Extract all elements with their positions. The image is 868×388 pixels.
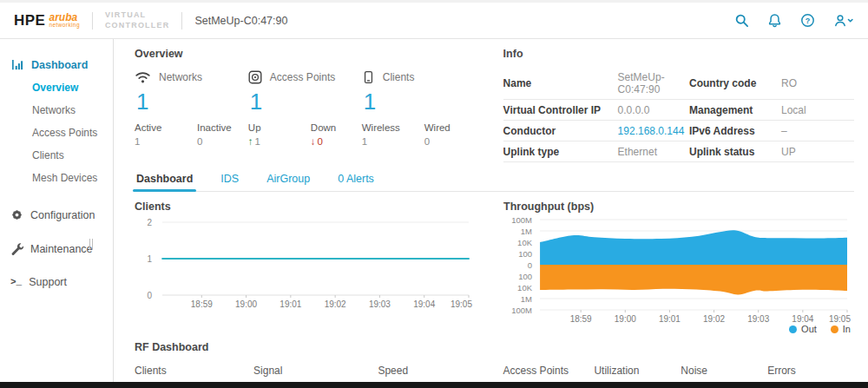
header-divider — [92, 12, 93, 30]
gear-icon — [10, 208, 23, 221]
stat-access-points: Access Points 1 Up↑1 Down↓0 — [248, 70, 362, 147]
header-divider — [181, 12, 182, 30]
hpe-aruba-logo[interactable]: HPE aruba networking — [14, 12, 80, 30]
legend-item-in: In — [831, 324, 851, 334]
throughput-chart-panel: Throughput (bps) 100M1M10K100010010K1M10… — [503, 201, 854, 334]
svg-text:19:03: 19:03 — [747, 314, 769, 323]
svg-text:1M: 1M — [521, 294, 532, 304]
sidebar-item-overview[interactable]: Overview — [0, 76, 113, 99]
bottom-scrollbar[interactable] — [0, 382, 868, 388]
tab-ids[interactable]: IDS — [219, 168, 240, 191]
wrench-icon — [10, 242, 23, 255]
svg-text:19:01: 19:01 — [659, 314, 681, 323]
tab-airgroup[interactable]: AirGroup — [265, 168, 312, 191]
svg-text:0: 0 — [528, 260, 532, 270]
clients-chart-panel: Clients 21018:5919:0019:0119:0219:0319:0… — [135, 201, 476, 334]
svg-text:19:02: 19:02 — [703, 314, 725, 323]
svg-text:2: 2 — [147, 218, 152, 227]
throughput-area-chart: 100M1M10K100010010K1M100M18:5919:0019:01… — [503, 215, 854, 323]
clients-count: 1 — [364, 89, 476, 115]
rf-dashboard-title: RF Dashboard — [135, 341, 854, 353]
conductor-ip-link[interactable]: 192.168.0.144 — [618, 125, 689, 137]
info-row: Conductor192.168.0.144 IPv6 Address– — [503, 121, 854, 141]
overview-title: Overview — [135, 48, 476, 60]
svg-text:100: 100 — [518, 272, 532, 281]
app-window: HPE aruba networking VIRTUAL CONTROLLER … — [0, 0, 868, 388]
sidebar-item-mesh-devices[interactable]: Mesh Devices — [0, 167, 113, 189]
legend-item-out: Out — [789, 324, 817, 334]
dashboard-chart-icon — [11, 58, 24, 71]
svg-text:?: ? — [806, 16, 811, 25]
tab-alerts[interactable]: 0 Alerts — [336, 168, 376, 191]
networks-count: 1 — [136, 89, 248, 115]
sidebar-nav: Dashboard Overview Networks Access Point… — [0, 39, 114, 382]
sidebar-item-support[interactable]: >_ Support — [0, 269, 113, 295]
svg-text:100M: 100M — [511, 215, 532, 225]
sidebar-item-access-points[interactable]: Access Points — [0, 122, 113, 144]
info-row: NameSetMeUp-C0:47:90 Country codeRO — [503, 67, 854, 100]
panel-resize-handle[interactable] — [89, 239, 95, 250]
clients-chart-title: Clients — [135, 201, 476, 213]
access-points-count: 1 — [250, 89, 362, 115]
search-icon[interactable] — [734, 13, 749, 28]
aruba-wordmark: aruba networking — [49, 12, 79, 29]
down-arrow-icon: ↓ — [311, 136, 316, 147]
svg-text:0: 0 — [147, 291, 152, 300]
user-menu-icon[interactable] — [833, 13, 854, 28]
main-content: Overview Networks 1 Active1 Inactive0 — [114, 39, 868, 382]
sidebar-item-networks[interactable]: Networks — [0, 99, 113, 122]
svg-text:19:00: 19:00 — [615, 314, 636, 323]
sidebar-item-dashboard[interactable]: Dashboard — [0, 55, 113, 76]
svg-text:19:04: 19:04 — [413, 299, 435, 309]
terminal-prompt-icon: >_ — [10, 277, 22, 287]
throughput-chart-title: Throughput (bps) — [503, 201, 854, 213]
hpe-wordmark: HPE — [14, 12, 45, 30]
svg-text:1: 1 — [147, 254, 152, 264]
tab-dashboard[interactable]: Dashboard — [135, 168, 194, 191]
svg-text:19:05: 19:05 — [829, 314, 851, 323]
info-row: Virtual Controller IP0.0.0.0 ManagementL… — [503, 100, 854, 121]
svg-text:19:04: 19:04 — [792, 314, 813, 323]
in-series-dot — [831, 326, 838, 333]
sidebar-item-maintenance[interactable]: Maintenance — [0, 235, 113, 262]
notifications-bell-icon[interactable] — [767, 13, 782, 28]
header-actions: ? — [734, 13, 854, 28]
svg-text:19:02: 19:02 — [325, 299, 346, 309]
up-arrow-icon: ↑ — [248, 136, 253, 147]
top-header: HPE aruba networking VIRTUAL CONTROLLER … — [0, 3, 868, 39]
svg-text:19:03: 19:03 — [369, 299, 391, 309]
controller-name: SetMeUp-C0:47:90 — [194, 15, 287, 27]
info-title: Info — [503, 48, 854, 60]
svg-text:19:05: 19:05 — [450, 299, 472, 309]
info-row: Uplink typeEthernet Uplink statusUP — [503, 141, 854, 162]
svg-text:10K: 10K — [517, 283, 533, 293]
rf-clients-header: Clients Signal Speed — [135, 361, 476, 383]
svg-text:19:00: 19:00 — [235, 299, 257, 309]
sidebar-item-configuration[interactable]: Configuration — [0, 201, 113, 228]
sidebar-item-clients[interactable]: Clients — [0, 144, 113, 167]
help-icon[interactable]: ? — [800, 13, 815, 28]
client-device-icon — [362, 70, 375, 84]
info-panel: Info NameSetMeUp-C0:47:90 Country codeRO… — [503, 48, 854, 162]
svg-text:100M: 100M — [511, 306, 532, 315]
svg-text:18:59: 18:59 — [191, 299, 213, 309]
stat-clients: Clients 1 Wireless1 Wired0 — [362, 70, 476, 147]
svg-text:10K: 10K — [517, 238, 533, 247]
page-body: Dashboard Overview Networks Access Point… — [0, 39, 868, 382]
svg-text:100: 100 — [518, 249, 532, 259]
svg-text:19:01: 19:01 — [279, 299, 301, 309]
product-name: VIRTUAL CONTROLLER — [105, 10, 170, 30]
rf-dashboard-panel: RF Dashboard Clients Signal Speed All Cl… — [135, 341, 854, 388]
throughput-legend: Out In — [503, 324, 854, 334]
access-point-icon — [248, 70, 262, 84]
svg-text:18:59: 18:59 — [570, 314, 592, 323]
stat-networks: Networks 1 Active1 Inactive0 — [135, 70, 248, 147]
clients-line-chart: 21018:5919:0019:0119:0219:0319:0419:05 — [135, 215, 476, 311]
svg-text:1M: 1M — [521, 227, 532, 236]
rf-ap-header: Access Points Utilization Noise Errors — [503, 361, 854, 383]
out-series-dot — [789, 326, 797, 333]
dashboard-tabs: Dashboard IDS AirGroup 0 Alerts — [135, 168, 854, 192]
overview-panel: Overview Networks 1 Active1 Inactive0 — [135, 48, 476, 162]
wifi-icon — [135, 70, 151, 84]
